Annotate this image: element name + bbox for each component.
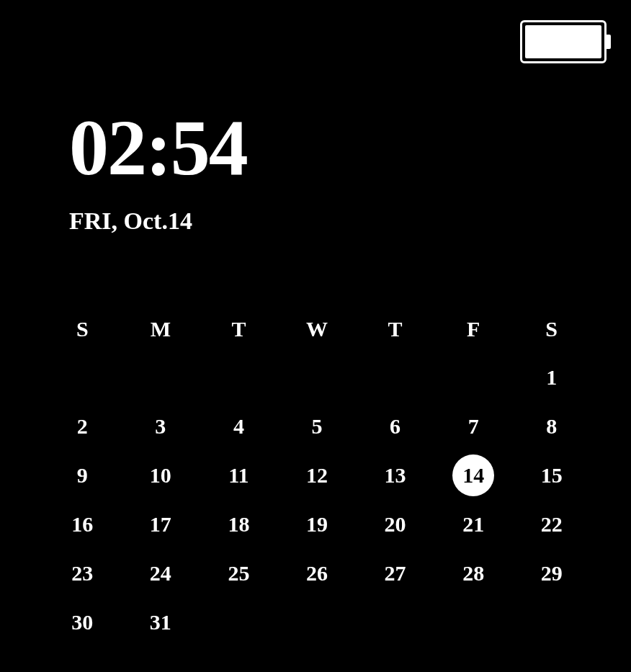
calendar-day: 3 xyxy=(140,406,182,447)
calendar-day-cell[interactable]: 4 xyxy=(200,412,278,441)
calendar-day: 7 xyxy=(452,406,494,447)
calendar-day: 19 xyxy=(296,503,338,545)
calendar-day: 4 xyxy=(218,406,259,447)
battery-fill xyxy=(525,25,601,58)
calendar-day-cell[interactable]: 11 xyxy=(200,461,278,490)
calendar-day-cell xyxy=(278,608,357,637)
calendar-day-cell[interactable]: 23 xyxy=(43,559,122,588)
calendar-day: 12 xyxy=(296,454,338,496)
calendar-day-cell[interactable]: 14 xyxy=(434,461,513,490)
calendar-day: 8 xyxy=(531,406,573,447)
calendar-day: 30 xyxy=(61,601,103,643)
calendar-day: 6 xyxy=(375,406,416,447)
calendar-day-cell[interactable]: 10 xyxy=(122,461,200,490)
calendar-day: 11 xyxy=(218,454,259,496)
calendar-day-cell[interactable]: 6 xyxy=(356,412,434,441)
calendar-day-cell[interactable]: 27 xyxy=(356,559,434,588)
calendar-day: 29 xyxy=(531,552,573,594)
date-display: FRI, Oct.14 xyxy=(69,207,247,235)
weekday-label: F xyxy=(434,317,513,341)
calendar-day: 9 xyxy=(61,454,103,496)
calendar-day-cell[interactable]: 1 xyxy=(512,363,591,392)
calendar-day-cell[interactable]: 12 xyxy=(278,461,357,490)
calendar-day-cell[interactable]: 20 xyxy=(356,510,434,539)
weekday-label: S xyxy=(512,317,591,341)
clock-widget: 02:54 FRI, Oct.14 xyxy=(69,108,247,235)
calendar-widget: S M T W T F S 12345678910111213141516171… xyxy=(43,317,591,637)
calendar-day: 24 xyxy=(140,552,182,594)
calendar-day-cell xyxy=(200,363,278,392)
weekday-label: M xyxy=(122,317,200,341)
calendar-day: 13 xyxy=(375,454,416,496)
weekday-label: S xyxy=(43,317,122,341)
calendar-day-cell[interactable]: 16 xyxy=(43,510,122,539)
calendar-day-current: 14 xyxy=(452,454,494,496)
calendar-day-cell[interactable]: 30 xyxy=(43,608,122,637)
calendar-day-cell[interactable]: 28 xyxy=(434,559,513,588)
weekday-header-row: S M T W T F S xyxy=(43,317,591,341)
calendar-day-cell xyxy=(43,363,122,392)
calendar-day-cell[interactable]: 18 xyxy=(200,510,278,539)
calendar-day: 1 xyxy=(531,357,573,398)
calendar-day-cell[interactable]: 17 xyxy=(122,510,200,539)
calendar-day-cell xyxy=(200,608,278,637)
calendar-day-cell[interactable]: 29 xyxy=(512,559,591,588)
calendar-day: 20 xyxy=(375,503,416,545)
calendar-day-cell xyxy=(356,363,434,392)
calendar-day-cell[interactable]: 21 xyxy=(434,510,513,539)
calendar-day-cell xyxy=(434,363,513,392)
calendar-day: 2 xyxy=(61,406,103,447)
calendar-day-cell[interactable]: 8 xyxy=(512,412,591,441)
calendar-day: 5 xyxy=(296,406,338,447)
calendar-day-cell[interactable]: 15 xyxy=(512,461,591,490)
weekday-label: T xyxy=(356,317,434,341)
calendar-day-cell[interactable]: 3 xyxy=(122,412,200,441)
calendar-day: 17 xyxy=(140,503,182,545)
calendar-day: 26 xyxy=(296,552,338,594)
calendar-day: 15 xyxy=(531,454,573,496)
weekday-label: T xyxy=(200,317,278,341)
calendar-day: 21 xyxy=(452,503,494,545)
calendar-day: 18 xyxy=(218,503,259,545)
calendar-day-cell[interactable]: 31 xyxy=(122,608,200,637)
calendar-day-cell[interactable]: 2 xyxy=(43,412,122,441)
calendar-day-cell[interactable]: 24 xyxy=(122,559,200,588)
calendar-day: 31 xyxy=(140,601,182,643)
calendar-day-cell[interactable]: 5 xyxy=(278,412,357,441)
calendar-day: 10 xyxy=(140,454,182,496)
calendar-day-cell[interactable]: 19 xyxy=(278,510,357,539)
calendar-day-cell[interactable]: 25 xyxy=(200,559,278,588)
calendar-day: 22 xyxy=(531,503,573,545)
calendar-day: 16 xyxy=(61,503,103,545)
calendar-day-cell[interactable]: 7 xyxy=(434,412,513,441)
calendar-day: 28 xyxy=(452,552,494,594)
calendar-day-cell[interactable]: 26 xyxy=(278,559,357,588)
battery-icon xyxy=(520,20,607,63)
calendar-day-cell xyxy=(122,363,200,392)
calendar-day-cell xyxy=(356,608,434,637)
calendar-day-cell[interactable]: 13 xyxy=(356,461,434,490)
calendar-day: 25 xyxy=(218,552,259,594)
calendar-day-cell xyxy=(278,363,357,392)
calendar-day-cell[interactable]: 22 xyxy=(512,510,591,539)
time-display: 02:54 xyxy=(69,108,247,187)
calendar-day-cell[interactable]: 9 xyxy=(43,461,122,490)
calendar-day: 27 xyxy=(375,552,416,594)
calendar-days-grid: 1234567891011121314151617181920212223242… xyxy=(43,363,591,637)
calendar-day: 23 xyxy=(61,552,103,594)
weekday-label: W xyxy=(278,317,357,341)
calendar-day-cell xyxy=(512,608,591,637)
calendar-day-cell xyxy=(434,608,513,637)
